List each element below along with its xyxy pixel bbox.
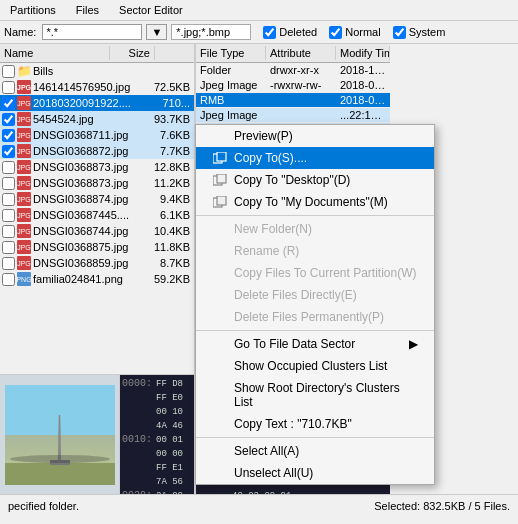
ctx-select-all[interactable]: Select All(A)	[196, 440, 434, 462]
ctx-copy-to-label: Copy To(S)....	[234, 151, 418, 165]
file-size: 710...	[147, 97, 192, 109]
deleted-check-group: Deleted	[263, 26, 317, 39]
file-list-panel: Name Size 📁 Bills JPG 1461414576950.jpg …	[0, 44, 195, 494]
info-row[interactable]: Folder drwxr-xr-x 2018-11-16 11:57:58	[196, 63, 390, 78]
file-name: DNSGI0368873.jpg	[33, 161, 147, 173]
file-row[interactable]: 📁 Bills	[0, 63, 194, 79]
info-row[interactable]: RMB 2018-03-...17:19:26	[196, 93, 390, 108]
file-checkbox[interactable]	[2, 257, 15, 270]
file-checkbox[interactable]	[2, 193, 15, 206]
file-name: DNSGI0368744.jpg	[33, 225, 147, 237]
ctx-unselect-all[interactable]: Unselect All(U)	[196, 462, 434, 484]
ctx-copy-partition-label: Copy Files To Current Partition(W)	[234, 266, 418, 280]
file-row[interactable]: JPG DNSGI0368873.jpg 11.2KB	[0, 175, 194, 191]
thumbnail-image	[5, 385, 115, 485]
file-size: 93.7KB	[147, 113, 192, 125]
info-filetype: Folder	[198, 64, 268, 76]
file-checkbox[interactable]	[2, 113, 15, 126]
copy-docs-icon	[212, 196, 228, 208]
ctx-copy-text[interactable]: Copy Text : "710.7KB"	[196, 413, 434, 435]
file-checkbox[interactable]	[2, 273, 15, 286]
file-name: familia024841.png	[33, 273, 147, 285]
ctx-show-root-label: Show Root Directory's Clusters List	[234, 381, 418, 409]
jpg-icon: JPG	[17, 240, 31, 254]
file-size: 7.6KB	[147, 129, 192, 141]
file-size: 7.7KB	[147, 145, 192, 157]
jpg-icon: JPG	[17, 80, 31, 94]
hex-bytes: FF D8 FF E0 00 10 4A 46	[156, 377, 192, 433]
file-checkbox[interactable]	[2, 225, 15, 238]
ctx-copy-docs-label: Copy To "My Documents"(M)	[234, 195, 418, 209]
normal-label: Normal	[345, 26, 380, 38]
ctx-copy-docs[interactable]: Copy To "My Documents"(M)	[196, 191, 434, 213]
jpg-icon: JPG	[17, 256, 31, 270]
ctx-show-clusters[interactable]: Show Occupied Clusters List	[196, 355, 434, 377]
menu-sector-editor[interactable]: Sector Editor	[113, 2, 189, 18]
ctx-separator-3	[196, 437, 434, 438]
file-name: DNSGI0368872.jpg	[33, 145, 147, 157]
file-checkbox[interactable]	[2, 241, 15, 254]
file-checkbox[interactable]	[2, 129, 15, 142]
file-row[interactable]: JPG 5454524.jpg 93.7KB	[0, 111, 194, 127]
file-row[interactable]: JPG DNSGI0368873.jpg 12.8KB	[0, 159, 194, 175]
file-checkbox[interactable]	[2, 81, 15, 94]
deleted-checkbox[interactable]	[263, 26, 276, 39]
ctx-show-root[interactable]: Show Root Directory's Clusters List	[196, 377, 434, 413]
system-checkbox[interactable]	[393, 26, 406, 39]
ctx-copy-partition: Copy Files To Current Partition(W)	[196, 262, 434, 284]
system-check-group: System	[393, 26, 446, 39]
file-row[interactable]: JPG DNSGI0368874.jpg 9.4KB	[0, 191, 194, 207]
svg-rect-1	[217, 152, 226, 161]
ctx-copy-text-label: Copy Text : "710.7KB"	[234, 417, 418, 431]
file-row[interactable]: JPG DNSGI0368859.jpg 8.7KB	[0, 255, 194, 271]
ctx-goto-sector[interactable]: Go To File Data Sector ▶	[196, 333, 434, 355]
file-checkbox[interactable]	[2, 145, 15, 158]
info-row[interactable]: Jpeg Image -rwxrw-rw- 2018-03-20 17:16:0…	[196, 78, 390, 93]
file-row[interactable]: JPG 1461414576950.jpg 72.5KB	[0, 79, 194, 95]
ctx-rename: Rename (R)	[196, 240, 434, 262]
file-size: 72.5KB	[147, 81, 192, 93]
ctx-rename-label: Rename (R)	[234, 244, 418, 258]
file-row[interactable]: PNG familia024841.png 59.2KB	[0, 271, 194, 287]
info-row[interactable]: Jpeg Image ...22:17:34	[196, 108, 390, 123]
ground	[5, 463, 115, 485]
file-name: 5454524.jpg	[33, 113, 147, 125]
file-row[interactable]: JPG DNSGI03687445.... 6.1KB	[0, 207, 194, 223]
ctx-preview[interactable]: Preview(P)	[196, 125, 434, 147]
info-col-headers: File Type Attribute Modify Time	[196, 44, 390, 63]
bottom-panel: 0000: FF D8 FF E0 00 10 4A 46 0010: 00 0…	[0, 374, 194, 494]
toolbar: Name: ▼ *.jpg;*.bmp Deleted Normal Syste…	[0, 21, 518, 44]
svg-rect-5	[217, 196, 226, 205]
name-dropdown-btn[interactable]: ▼	[146, 24, 167, 40]
file-row[interactable]: JPG DNSGI0368875.jpg 11.8KB	[0, 239, 194, 255]
info-mtime: 2018-11-16 11:57:58	[338, 64, 388, 76]
file-checkbox[interactable]	[2, 209, 15, 222]
name-input[interactable]	[42, 24, 142, 40]
normal-checkbox[interactable]	[329, 26, 342, 39]
copy-desktop-icon	[212, 174, 228, 186]
jpg-icon: JPG	[17, 112, 31, 126]
file-row[interactable]: JPG DNSGI0368711.jpg 7.6KB	[0, 127, 194, 143]
jpg-icon: JPG	[17, 224, 31, 238]
ctx-copy-desktop-label: Copy To "Desktop"(D)	[234, 173, 418, 187]
jpg-icon: JPG	[17, 176, 31, 190]
file-row[interactable]: JPG DNSGI0368872.jpg 7.7KB	[0, 143, 194, 159]
info-mtime: ...22:17:34	[338, 109, 388, 121]
file-checkbox[interactable]	[2, 177, 15, 190]
file-checkbox[interactable]	[2, 97, 15, 110]
file-row[interactable]: JPG DNSGI0368744.jpg 10.4KB	[0, 223, 194, 239]
file-row[interactable]: JPG 20180320091922.... 710...	[0, 95, 194, 111]
ctx-copy-desktop[interactable]: Copy To "Desktop"(D)	[196, 169, 434, 191]
ctx-separator-2	[196, 330, 434, 331]
hex-row: 0020: 2A 00 08 00 00 00 09 00	[122, 489, 192, 494]
ctx-copy-to[interactable]: Copy To(S)....	[196, 147, 434, 169]
submenu-arrow-icon: ▶	[409, 337, 418, 351]
file-checkbox[interactable]	[2, 161, 15, 174]
hex-addr: 0000:	[122, 377, 152, 433]
file-checkbox[interactable]	[2, 65, 15, 78]
thumbnail-area	[0, 375, 120, 494]
menu-files[interactable]: Files	[70, 2, 105, 18]
ctx-new-folder-label: New Folder(N)	[234, 222, 418, 236]
status-left: pecified folder.	[8, 500, 79, 512]
menu-partitions[interactable]: Partitions	[4, 2, 62, 18]
